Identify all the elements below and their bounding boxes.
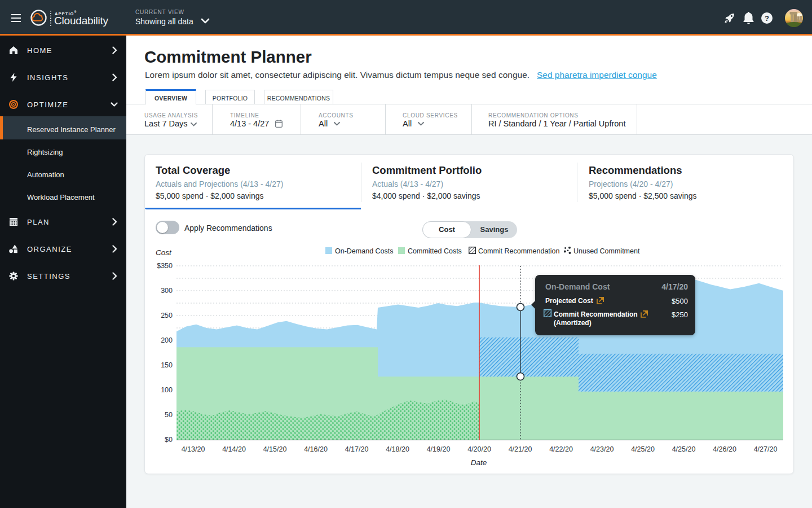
svg-text:4/27/20: 4/27/20	[754, 445, 778, 453]
svg-text:300: 300	[161, 287, 173, 295]
svg-text:4/23/20: 4/23/20	[590, 445, 614, 453]
svg-text:4/22/20: 4/22/20	[549, 445, 573, 453]
svg-text:4/19/20: 4/19/20	[427, 445, 451, 453]
svg-text:4/17/20: 4/17/20	[345, 445, 369, 453]
svg-text:250: 250	[161, 312, 173, 319]
svg-text:4/16/20: 4/16/20	[304, 445, 328, 453]
svg-text:100: 100	[161, 386, 173, 394]
svg-text:4/25/20: 4/25/20	[672, 445, 696, 453]
svg-text:4/13/20: 4/13/20	[182, 445, 205, 453]
svg-text:$0: $0	[165, 436, 173, 444]
svg-text:?: ?	[765, 14, 769, 23]
svg-text:150: 150	[161, 361, 173, 369]
svg-text:4/21/20: 4/21/20	[509, 445, 532, 453]
svg-text:Cost: Cost	[156, 248, 172, 257]
svg-text:200: 200	[161, 336, 173, 344]
svg-text:Date: Date	[471, 458, 487, 467]
svg-text:4/26/20: 4/26/20	[713, 445, 736, 453]
svg-text:4/14/20: 4/14/20	[222, 445, 246, 453]
svg-text:50: 50	[165, 411, 173, 419]
svg-text:4/25/20: 4/25/20	[631, 445, 655, 453]
svg-text:$350: $350	[157, 262, 173, 270]
svg-text:4/20/20: 4/20/20	[467, 445, 491, 453]
svg-text:4/18/20: 4/18/20	[386, 445, 409, 453]
svg-text:4/15/20: 4/15/20	[263, 445, 287, 453]
